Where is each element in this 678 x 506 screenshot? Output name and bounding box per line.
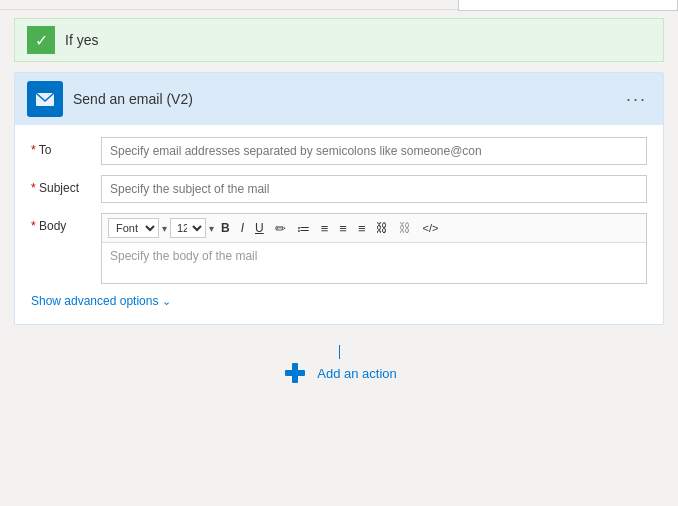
if-yes-label: If yes [65,32,98,48]
to-input[interactable] [101,137,647,165]
body-input[interactable]: Specify the body of the mail [102,243,646,283]
font-select[interactable]: Font [108,218,159,238]
svg-rect-2 [292,363,298,383]
body-rich-text: Font ▾ 12 ▾ B I U ✏ ≔ ≡ ≡ ≡ [101,213,647,284]
card-header-left: Send an email (V2) [27,81,193,117]
top-bar-input-partial [458,0,678,11]
align-right-button[interactable]: ≡ [354,218,370,238]
subject-input[interactable] [101,175,647,203]
chevron-down-icon: ⌄ [162,295,171,308]
if-yes-check-icon: ✓ [27,26,55,54]
email-icon [27,81,63,117]
if-yes-header: ✓ If yes [14,18,664,62]
card-menu-button[interactable]: ··· [622,89,651,110]
font-dropdown-arrow: ▾ [162,223,167,234]
top-bar [0,0,678,10]
font-size-select[interactable]: 12 [170,218,206,238]
link-button[interactable]: ⛓ [372,218,392,238]
font-size-dropdown-arrow: ▾ [209,223,214,234]
connector-line [339,345,340,359]
rich-text-toolbar: Font ▾ 12 ▾ B I U ✏ ≔ ≡ ≡ ≡ [102,214,646,243]
bold-button[interactable]: B [217,218,234,238]
body-row: * Body Font ▾ 12 ▾ B I U [31,213,647,284]
card-body: * To * Subject * Body Font [15,125,663,324]
add-action-icon-wrap: Add an action [281,359,397,387]
italic-button[interactable]: I [237,218,248,238]
add-action-area: Add an action [0,345,678,397]
to-label: * To [31,137,101,157]
add-action-button[interactable]: Add an action [281,359,397,387]
email-card: Send an email (V2) ··· * To * Subject [14,72,664,325]
body-placeholder: Specify the body of the mail [110,249,257,263]
to-row: * To [31,137,647,165]
unordered-list-button[interactable]: ≔ [293,218,314,238]
unlink-button[interactable]: ⛓ [395,218,415,238]
show-advanced-options[interactable]: Show advanced options ⌄ [31,294,647,308]
subject-row: * Subject [31,175,647,203]
subject-label: * Subject [31,175,101,195]
align-left-button[interactable]: ≡ [335,218,351,238]
underline-button[interactable]: U [251,218,268,238]
add-action-label: Add an action [317,366,397,381]
highlight-button[interactable]: ✏ [271,218,290,238]
card-header: Send an email (V2) ··· [15,73,663,125]
code-button[interactable]: </> [418,218,442,238]
main-container: ✓ If yes Send an email (V2) ··· [0,0,678,506]
show-advanced-label: Show advanced options [31,294,158,308]
body-label: * Body [31,213,101,233]
card-title: Send an email (V2) [73,91,193,107]
ordered-list-button[interactable]: ≡ [317,218,333,238]
add-action-icon [281,359,309,387]
